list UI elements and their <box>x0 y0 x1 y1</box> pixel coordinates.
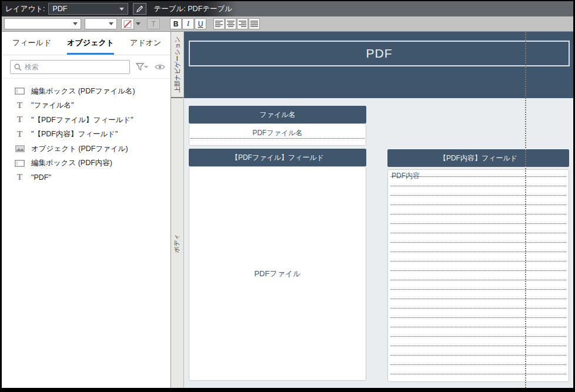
visibility-button[interactable] <box>155 63 165 71</box>
part-tab-body[interactable]: ボディ <box>171 98 183 388</box>
part-label: ボディ <box>173 233 182 252</box>
text-object-icon: T <box>14 173 25 182</box>
align-center-icon <box>227 21 235 27</box>
chevron-down-icon <box>73 22 78 25</box>
list-item[interactable]: T "ファイル名" <box>2 99 171 113</box>
edit-box-icon <box>14 88 25 95</box>
search-input[interactable] <box>25 63 126 71</box>
italic-button[interactable]: I <box>182 18 194 29</box>
field-placeholder: PDFファイル <box>254 269 300 279</box>
pdf-file-container-field[interactable]: PDFファイル <box>189 166 366 381</box>
bold-button[interactable]: B <box>170 18 182 29</box>
object-list: 編集ボックス (PDFファイル名) T "ファイル名" T "【PDFファイル】… <box>2 79 171 185</box>
ruled-line <box>390 252 566 262</box>
ruled-line <box>390 280 566 290</box>
search-row <box>2 55 171 79</box>
text-object-icon: T <box>14 130 25 139</box>
layout-title-object[interactable]: PDF <box>189 41 570 66</box>
pdf-content-header-object[interactable]: 【PDF内容】フィールド <box>387 149 569 167</box>
align-right-icon <box>239 21 246 27</box>
page-boundary-guide <box>525 32 526 388</box>
ruled-line <box>390 299 566 309</box>
ruled-line <box>390 337 566 346</box>
table-label: テーブル: PDFテーブル <box>153 4 232 14</box>
list-item[interactable]: T "【PDF内容】フィールド" <box>2 128 171 142</box>
italic-label: I <box>187 19 189 28</box>
ruled-line <box>390 215 566 224</box>
text-color-button[interactable]: T <box>147 18 160 29</box>
list-item-label: "【PDFファイル】フィールド" <box>31 115 133 125</box>
search-icon <box>14 63 22 71</box>
objects-panel: フィールド オブジェクト アドオン <box>2 32 171 388</box>
list-item[interactable]: オブジェクト (PDFファイル) <box>2 142 171 156</box>
chevron-down-icon <box>136 22 141 25</box>
panel-tabs: フィールド オブジェクト アドオン <box>2 32 171 55</box>
align-left-icon <box>215 21 223 27</box>
part-label-strip: 上部ナビゲーション ボディ <box>171 32 184 388</box>
tab-addons[interactable]: アドオン <box>130 38 161 55</box>
layout-label: レイアウト: <box>5 4 45 14</box>
bold-label: B <box>173 20 179 28</box>
align-center-button[interactable] <box>225 18 236 29</box>
part-label: 上部ナビゲーション <box>173 36 182 93</box>
tab-fields[interactable]: フィールド <box>12 38 51 55</box>
ruled-line <box>390 356 566 365</box>
ruled-line <box>390 290 566 299</box>
no-fill-icon <box>123 20 132 28</box>
chevron-down-icon <box>109 22 113 25</box>
chevron-down-icon <box>119 8 124 11</box>
list-item[interactable]: 編集ボックス (PDF内容) <box>2 156 171 171</box>
field-baseline <box>190 138 365 139</box>
edit-layout-button[interactable] <box>133 3 146 15</box>
text-object-icon: T <box>14 116 25 124</box>
ruled-line <box>390 196 566 205</box>
list-item-label: "ファイル名" <box>31 100 74 110</box>
file-name-header-object[interactable]: ファイル名 <box>189 106 366 123</box>
ruled-line <box>390 327 566 337</box>
ruled-line <box>390 186 566 196</box>
list-item-label: 編集ボックス (PDF内容) <box>31 158 112 168</box>
field-placeholder: PDFファイル名 <box>189 128 366 138</box>
align-right-button[interactable] <box>237 18 248 29</box>
list-item[interactable]: T "PDF" <box>2 170 171 185</box>
pdf-content-field[interactable]: PDF内容 <box>387 169 569 382</box>
list-item-label: 編集ボックス (PDFファイル名) <box>31 86 135 96</box>
pencil-icon <box>136 5 143 13</box>
list-item[interactable]: T "【PDFファイル】フィールド" <box>2 113 171 128</box>
alignment-group <box>213 18 260 29</box>
ruled-lines <box>390 170 566 374</box>
ruled-line <box>390 309 566 318</box>
eye-icon <box>155 63 165 71</box>
layout-selector[interactable]: PDF <box>48 3 128 15</box>
ruled-line <box>390 233 566 243</box>
font-family-select[interactable] <box>4 18 81 29</box>
ruled-line <box>390 346 566 356</box>
underline-button[interactable]: U <box>195 18 206 29</box>
ruled-line <box>390 271 566 280</box>
image-object-icon <box>14 145 25 152</box>
tab-objects[interactable]: オブジェクト <box>67 38 114 55</box>
fill-color-button[interactable] <box>121 18 134 29</box>
search-box[interactable] <box>10 60 130 74</box>
edit-box-icon <box>14 160 25 167</box>
text-color-label: T <box>151 19 156 28</box>
app-window: レイアウト: PDF テーブル: PDFテーブル <box>0 0 575 392</box>
layout-canvas[interactable]: PDF ファイル名 PDFファイル名 【PDFファイル】フィールド PDFファイ… <box>184 32 573 388</box>
part-tab-top-navigation[interactable]: 上部ナビゲーション <box>171 32 183 98</box>
pdf-file-name-field[interactable]: PDFファイル名 <box>189 123 366 146</box>
ruled-line <box>390 243 566 252</box>
list-item-label: "PDF" <box>31 173 51 182</box>
format-bar: T B I U <box>2 16 573 32</box>
layout-selector-value: PDF <box>52 5 67 13</box>
field-placeholder: PDF内容 <box>392 171 420 181</box>
ruled-line <box>390 224 566 233</box>
filter-button[interactable] <box>136 63 149 71</box>
underline-label: U <box>198 20 203 28</box>
align-justify-button[interactable] <box>249 18 260 29</box>
list-item-label: オブジェクト (PDFファイル) <box>31 144 128 154</box>
align-left-button[interactable] <box>213 18 225 29</box>
fill-color-dropdown[interactable] <box>134 18 142 29</box>
font-size-select[interactable] <box>85 18 117 29</box>
pdf-file-header-object[interactable]: 【PDFファイル】フィールド <box>189 149 366 166</box>
list-item[interactable]: 編集ボックス (PDFファイル名) <box>2 84 171 99</box>
